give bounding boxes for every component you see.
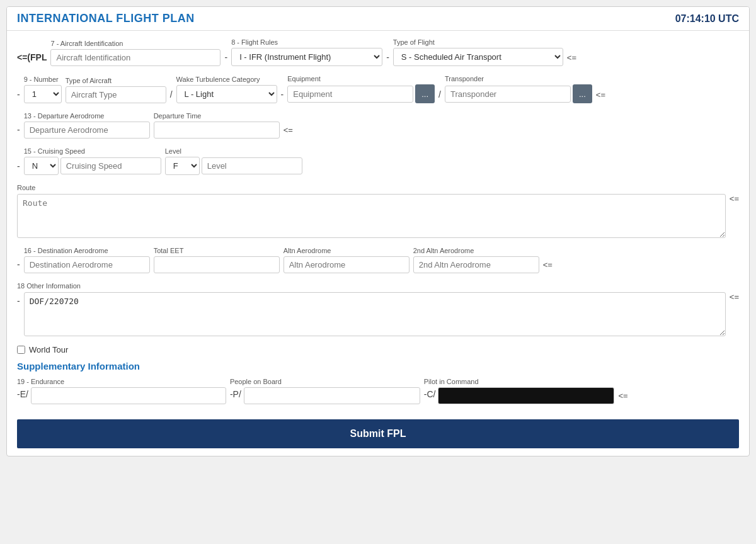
sep7: - (17, 259, 20, 273)
arrow3: <= (284, 125, 293, 139)
pob-label: People on Board (230, 378, 420, 385)
other-info-label: 18 Other Information (17, 282, 739, 290)
arrow5: <= (543, 260, 553, 273)
eet-group: Total EET 0000 (154, 247, 280, 273)
form-body: <=(FPL 7 - Aircraft Identification - 8 -… (7, 31, 749, 456)
type-of-flight-select[interactable]: S - Scheduled Air Transport N - Non-Sche… (393, 48, 563, 66)
slash2: / (438, 89, 441, 103)
arrow7: <= (618, 391, 627, 404)
eet-input[interactable]: 0000 (154, 256, 280, 273)
supplementary-title: Supplementary Information (17, 361, 739, 371)
row-aircraft: - 9 - Number 1234 56789 Type of Aircraft… (17, 75, 739, 103)
altn2-group: 2nd Altn Aerodrome (413, 247, 539, 273)
arrow6: <= (730, 292, 739, 305)
arrow2: <= (596, 90, 605, 103)
equipment-label: Equipment (287, 75, 435, 82)
field7-label: 7 - Aircraft Identification (50, 40, 220, 47)
type-of-flight-label: Type of Flight (393, 38, 563, 46)
cruising-speed-label: 15 - Cruising Speed (24, 147, 161, 155)
submit-fpl-button[interactable]: Submit FPL (17, 419, 739, 448)
altn-group: Altn Aerodrome (284, 247, 410, 273)
sep1: - (224, 52, 227, 66)
field9-group: 9 - Number 1234 56789 (24, 76, 62, 103)
other-info-textarea[interactable]: DOF/220720 (24, 292, 726, 336)
pic-group: Pilot in Command -C/ (424, 378, 615, 404)
eet-label: Total EET (154, 247, 280, 254)
transponder-dots-button[interactable]: ... (573, 84, 592, 103)
departure-time-label: Departure Time (154, 112, 280, 120)
aircraft-identification-input[interactable] (50, 49, 220, 66)
endurance-label: 19 - Endurance (17, 378, 226, 385)
pic-input[interactable] (438, 387, 614, 404)
departure-time-input[interactable]: 0759 (154, 122, 280, 139)
field8-label: 8 - Flight Rules (231, 38, 382, 46)
transponder-label: Transponder (445, 75, 592, 82)
route-textarea[interactable] (17, 194, 726, 238)
field9-label: 9 - Number (24, 76, 62, 83)
row-supplementary: 19 - Endurance -E/ 0000 People on Board … (17, 378, 739, 404)
departure-aerodrome-input[interactable] (24, 122, 150, 139)
level-group: Level FASMVFR (165, 147, 302, 175)
type-of-aircraft-group: Type of Aircraft (66, 77, 166, 103)
sep2: - (386, 52, 389, 66)
pob-prefix: -P/ (230, 389, 241, 403)
pob-group: People on Board -P/ 0 (230, 378, 420, 404)
transponder-input[interactable] (445, 86, 571, 103)
destination-group: 16 - Destination Aerodrome (24, 247, 150, 273)
pic-label: Pilot in Command (424, 378, 615, 385)
speed-type-select[interactable]: NKM (24, 157, 59, 175)
utc-clock: 07:14:10 UTC (675, 13, 739, 25)
altn2-label: 2nd Altn Aerodrome (413, 247, 539, 254)
supplementary-section: Supplementary Information 19 - Endurance… (17, 361, 739, 404)
route-container: <= (17, 194, 739, 238)
wake-turbulence-label: Wake Turbulence Category (176, 76, 277, 83)
equipment-dots-button[interactable]: ... (415, 84, 435, 103)
fpl-prefix: <=(FPL (17, 52, 47, 66)
sep5: - (17, 125, 20, 139)
cruising-speed-group: 15 - Cruising Speed NKM (24, 147, 161, 175)
transponder-group: Transponder ... (445, 75, 592, 103)
equipment-input[interactable] (287, 86, 413, 103)
row-destination: - 16 - Destination Aerodrome Total EET 0… (17, 247, 739, 273)
sep3: - (17, 89, 20, 103)
number-select[interactable]: 1234 56789 (24, 85, 62, 103)
sep8: - (17, 292, 20, 310)
departure-aerodrome-label: 13 - Departure Aerodrome (24, 112, 150, 120)
pic-prefix: -C/ (424, 389, 436, 403)
destination-aerodrome-input[interactable] (24, 256, 150, 273)
endurance-group: 19 - Endurance -E/ 0000 (17, 378, 226, 404)
endurance-input[interactable]: 0000 (31, 387, 226, 404)
slash1: / (170, 89, 173, 103)
type-of-flight-group: Type of Flight S - Scheduled Air Transpo… (393, 38, 563, 66)
row-identification: <=(FPL 7 - Aircraft Identification - 8 -… (17, 38, 739, 66)
world-tour-checkbox[interactable] (17, 346, 25, 354)
wake-turbulence-select[interactable]: L - Light M - Medium H - Heavy J - Super (176, 85, 277, 103)
flight-rules-select[interactable]: I - IFR (Instrument Flight) V - VFR Y - … (231, 48, 382, 66)
destination-label: 16 - Destination Aerodrome (24, 247, 150, 254)
departure-time-group: Departure Time 0759 (154, 112, 280, 139)
level-input[interactable] (202, 157, 302, 174)
level-label: Level (165, 147, 302, 155)
other-info-section: 18 Other Information - DOF/220720 <= (17, 282, 739, 336)
altn-aerodrome-input[interactable] (284, 256, 410, 273)
sep6: - (17, 161, 20, 175)
aircraft-type-input[interactable] (66, 86, 166, 103)
equipment-group: Equipment ... (287, 75, 435, 103)
altn-label: Altn Aerodrome (284, 247, 410, 254)
arrow1: <= (567, 53, 576, 66)
cruising-speed-input[interactable] (60, 157, 161, 174)
altn2-aerodrome-input[interactable] (413, 256, 539, 273)
pob-input[interactable]: 0 (244, 387, 420, 404)
row-speed-level: - 15 - Cruising Speed NKM Level FASMVFR (17, 147, 739, 175)
wake-turbulence-group: Wake Turbulence Category L - Light M - M… (176, 76, 277, 103)
other-info-container: - DOF/220720 <= (17, 292, 739, 336)
header: INTERNATIONAL FLIGHT PLAN 07:14:10 UTC (7, 7, 749, 31)
main-container: INTERNATIONAL FLIGHT PLAN 07:14:10 UTC <… (6, 6, 750, 456)
world-tour-label: World Tour (29, 345, 68, 354)
departure-aerodrome-group: 13 - Departure Aerodrome (24, 112, 150, 139)
arrow4: <= (730, 194, 739, 207)
route-label: Route (17, 184, 739, 191)
field7-group: 7 - Aircraft Identification (50, 40, 220, 66)
type-of-aircraft-label: Type of Aircraft (66, 77, 166, 84)
level-type-select[interactable]: FASMVFR (165, 157, 200, 175)
